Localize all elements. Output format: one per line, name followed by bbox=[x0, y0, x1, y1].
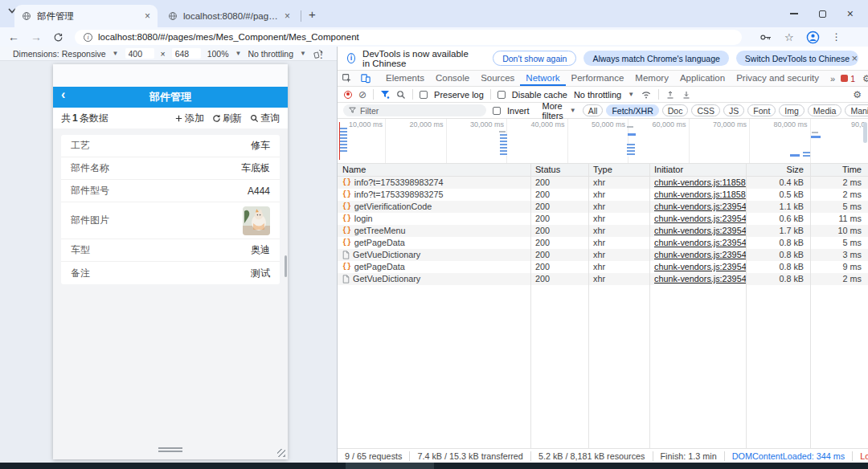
initiator-link[interactable]: chunk-vendors.js:23954 bbox=[654, 274, 746, 283]
tab-network[interactable]: Network bbox=[520, 71, 565, 86]
new-tab-button[interactable]: + bbox=[309, 7, 316, 21]
table-row[interactable]: {}getPageData200xhrchunk-vendors.js:2395… bbox=[338, 237, 868, 249]
table-row[interactable]: {}getTreeMenu200xhrchunk-vendors.js:2395… bbox=[338, 225, 868, 237]
chip-js[interactable]: JS bbox=[723, 104, 744, 116]
password-key-icon[interactable] bbox=[760, 32, 772, 43]
table-row[interactable]: {}getPageData200xhrchunk-vendors.js:2395… bbox=[338, 261, 868, 273]
chip-manifest[interactable]: Manifest bbox=[845, 104, 868, 116]
table-row[interactable]: GetVueDictionary200xhrchunk-vendors.js:2… bbox=[338, 273, 868, 285]
chip-doc[interactable]: Doc bbox=[662, 104, 689, 116]
table-row[interactable]: GetVueDictionary200xhrchunk-vendors.js:2… bbox=[338, 249, 868, 261]
chip-css[interactable]: CSS bbox=[691, 104, 720, 116]
tab-close-icon[interactable]: × bbox=[145, 10, 150, 22]
request-name[interactable]: {}getVierificationCode bbox=[338, 201, 530, 213]
chip-media[interactable]: Media bbox=[808, 104, 842, 116]
import-har-icon[interactable] bbox=[665, 90, 675, 100]
dont-show-again-button[interactable]: Don't show again bbox=[493, 51, 576, 66]
toggle-device-toolbar-icon[interactable] bbox=[356, 71, 375, 86]
tab-console[interactable]: Console bbox=[430, 71, 475, 86]
reload-icon[interactable] bbox=[53, 32, 63, 43]
column-header-time[interactable]: Time bbox=[810, 164, 868, 176]
network-overview-timeline[interactable]: 10,000 ms20,000 ms30,000 ms40,000 ms50,0… bbox=[338, 119, 868, 164]
tab-performance[interactable]: Performance bbox=[566, 71, 630, 86]
export-har-icon[interactable] bbox=[682, 90, 691, 100]
app-action-search[interactable]: 查询 bbox=[250, 112, 280, 125]
request-name[interactable]: {}info?t=1753398983275 bbox=[338, 189, 530, 201]
column-header-name[interactable]: Name bbox=[338, 164, 530, 176]
back-icon[interactable]: ← bbox=[8, 31, 19, 43]
more-filters-select[interactable]: More filters bbox=[542, 101, 563, 120]
inspect-element-icon[interactable] bbox=[338, 71, 356, 86]
initiator-link[interactable]: chunk-vendors.js:23954 bbox=[654, 262, 746, 271]
initiator-link[interactable]: chunk-vendors.js:23954 bbox=[654, 250, 746, 259]
bookmark-star-icon[interactable]: ☆ bbox=[784, 31, 794, 43]
record-network-log-icon[interactable] bbox=[344, 91, 352, 99]
chip-all[interactable]: All bbox=[583, 104, 604, 116]
devtools-settings-icon[interactable]: ⚙ bbox=[862, 73, 868, 84]
device-toolbar-menu-icon[interactable]: ⋮ bbox=[317, 49, 326, 60]
disable-cache-checkbox[interactable] bbox=[497, 91, 506, 99]
browser-tab-inactive[interactable]: localhost:8080/#/pages/men × bbox=[161, 5, 297, 27]
initiator-link[interactable]: chunk-vendors.js:23954 bbox=[654, 202, 746, 211]
request-name[interactable]: GetVueDictionary bbox=[338, 273, 530, 285]
device-height-input[interactable] bbox=[172, 48, 201, 59]
chip-fetchxhr[interactable]: Fetch/XHR bbox=[606, 104, 658, 116]
dimensions-select[interactable]: Dimensions: Responsive bbox=[13, 49, 106, 59]
network-settings-icon[interactable]: ⚙ bbox=[853, 89, 862, 100]
component-detail-card[interactable]: 工艺修车部件名称车底板部件型号A444部件图片车型奥迪备注测试 bbox=[61, 135, 280, 284]
infobar-close-icon[interactable]: × bbox=[851, 52, 858, 64]
more-tabs-button[interactable]: » bbox=[825, 71, 841, 86]
request-name[interactable]: {}getPageData bbox=[338, 237, 530, 249]
table-row[interactable]: {}getVierificationCode200xhrchunk-vendor… bbox=[338, 201, 868, 213]
tab-close-icon[interactable]: × bbox=[285, 10, 290, 22]
browser-tab-active[interactable]: 部件管理 × bbox=[14, 5, 158, 27]
column-header-size[interactable]: Size bbox=[746, 164, 810, 176]
network-conditions-icon[interactable] bbox=[641, 90, 652, 100]
timeline-scrollbar[interactable] bbox=[863, 122, 867, 143]
table-row[interactable]: {}info?t=1753398983274200xhrchunk-vendor… bbox=[338, 177, 868, 189]
initiator-link[interactable]: chunk-vendors.js:23954 bbox=[654, 238, 746, 247]
filter-text-input[interactable] bbox=[360, 106, 481, 116]
search-network-icon[interactable] bbox=[396, 90, 406, 100]
issues-badge[interactable]: 1 bbox=[841, 74, 855, 84]
initiator-link[interactable]: chunk-vendors.js:23954 bbox=[654, 226, 746, 235]
device-corner-resize-handle[interactable] bbox=[277, 449, 285, 457]
column-header-initiator[interactable]: Initiator bbox=[649, 164, 746, 176]
preserve-log-checkbox[interactable] bbox=[420, 91, 428, 99]
match-language-button[interactable]: Always match Chrome's language bbox=[583, 51, 728, 66]
filter-toggle-icon[interactable] bbox=[380, 90, 390, 99]
request-name[interactable]: {}getPageData bbox=[338, 261, 530, 273]
initiator-link[interactable]: chunk-vendors.js:11858 bbox=[654, 190, 746, 199]
tab-application[interactable]: Application bbox=[674, 71, 731, 86]
device-resize-handle[interactable] bbox=[158, 447, 182, 454]
initiator-link[interactable]: chunk-vendors.js:23954 bbox=[654, 214, 746, 223]
request-name[interactable]: GetVueDictionary bbox=[338, 249, 530, 261]
window-minimize-icon[interactable] bbox=[790, 13, 798, 14]
filter-input[interactable] bbox=[343, 104, 486, 116]
tab-elements[interactable]: Elements bbox=[380, 71, 430, 86]
initiator-link[interactable]: chunk-vendors.js:11858 bbox=[654, 177, 746, 187]
network-throttling-select[interactable]: No throttling bbox=[574, 90, 621, 100]
zoom-select[interactable]: 100% bbox=[207, 49, 229, 59]
invert-checkbox[interactable] bbox=[493, 107, 501, 115]
address-bar[interactable]: i localhost:8080/#/pages/mes/Mes_Compone… bbox=[75, 30, 742, 45]
page-scrollbar[interactable] bbox=[285, 255, 287, 277]
chip-img[interactable]: Img bbox=[779, 104, 805, 116]
tab-privacy-and-security[interactable]: Privacy and security bbox=[731, 71, 825, 86]
forward-icon[interactable]: → bbox=[31, 31, 42, 43]
app-back-icon[interactable]: ‹ bbox=[61, 88, 65, 102]
column-header-status[interactable]: Status bbox=[530, 164, 588, 176]
table-row[interactable]: {}login200xhrchunk-vendors.js:239540.6 k… bbox=[338, 213, 868, 225]
browser-menu-icon[interactable]: ⋮ bbox=[832, 31, 841, 43]
device-width-input[interactable] bbox=[125, 48, 154, 59]
tab-memory[interactable]: Memory bbox=[629, 71, 674, 86]
network-table-header[interactable]: Name Status Type Initiator Size Time bbox=[338, 164, 868, 177]
component-image[interactable] bbox=[243, 206, 270, 235]
request-name[interactable]: {}info?t=1753398983274 bbox=[338, 177, 530, 189]
request-name[interactable]: {}login bbox=[338, 213, 530, 225]
window-close-icon[interactable]: × bbox=[847, 8, 854, 19]
app-action-refresh[interactable]: 刷新 bbox=[212, 112, 242, 125]
table-row[interactable]: {}info?t=1753398983275200xhrchunk-vendor… bbox=[338, 189, 868, 201]
switch-to-chinese-button[interactable]: Switch DevTools to Chinese bbox=[736, 51, 858, 66]
profile-avatar-icon[interactable] bbox=[806, 31, 820, 44]
